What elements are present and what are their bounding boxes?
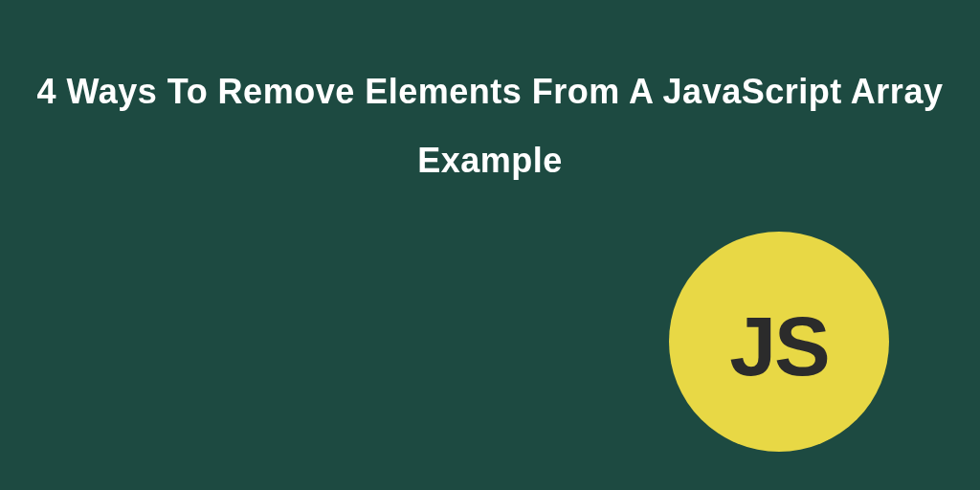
javascript-logo: JS xyxy=(669,232,889,452)
javascript-logo-text: JS xyxy=(729,298,829,395)
page-title: 4 Ways To Remove Elements From A JavaScr… xyxy=(0,0,980,195)
